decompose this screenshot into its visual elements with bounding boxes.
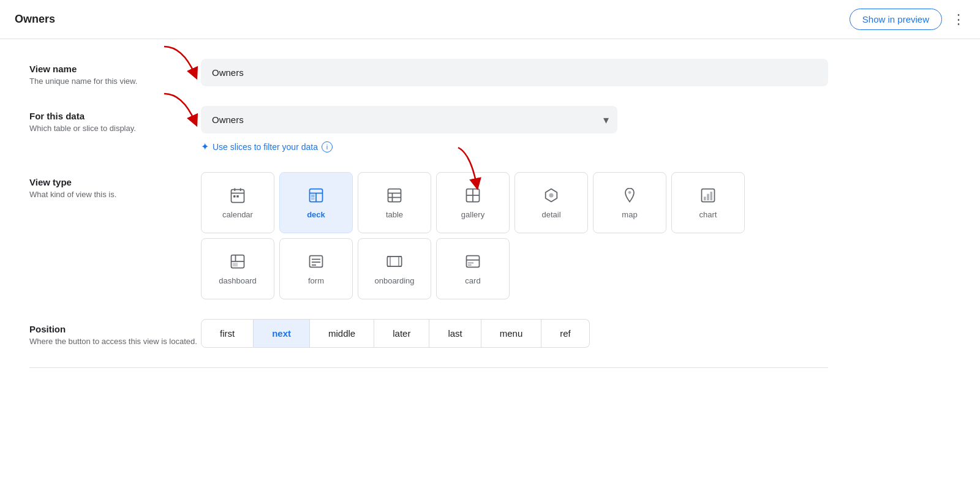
- view-name-row: View name The unique name for this view.: [29, 59, 828, 86]
- for-this-data-label: For this data: [29, 111, 201, 121]
- view-type-dashboard[interactable]: dashboard: [201, 238, 274, 299]
- svg-rect-4: [233, 195, 236, 198]
- svg-rect-34: [390, 256, 399, 266]
- view-type-detail[interactable]: detail: [514, 172, 588, 233]
- svg-rect-23: [707, 193, 709, 200]
- slices-link-row: ✦ Use slices to filter your data i: [201, 141, 828, 152]
- detail-label: detail: [541, 210, 560, 219]
- position-last[interactable]: last: [429, 319, 481, 348]
- main-content: View name The unique name for this view.…: [0, 39, 858, 397]
- svg-point-20: [628, 191, 631, 194]
- dashboard-icon: [229, 253, 246, 270]
- position-row: Position Where the button to access this…: [29, 319, 828, 348]
- svg-rect-11: [388, 189, 401, 201]
- svg-rect-22: [704, 197, 706, 200]
- form-label: form: [308, 276, 324, 285]
- show-preview-button[interactable]: Show in preview: [850, 9, 942, 30]
- view-type-description: What kind of view this is.: [29, 190, 201, 199]
- slices-link[interactable]: ✦ Use slices to filter your data: [201, 141, 318, 152]
- svg-rect-41: [468, 262, 473, 263]
- chart-icon: [699, 187, 717, 204]
- view-type-map[interactable]: map: [593, 172, 666, 233]
- deck-icon: [307, 187, 325, 204]
- header-actions: Show in preview ⋮: [850, 9, 965, 30]
- view-type-label-col: View type What kind of view this is.: [29, 172, 201, 199]
- map-icon: [621, 187, 638, 204]
- chart-label: chart: [699, 210, 717, 219]
- svg-rect-9: [311, 194, 315, 197]
- for-this-data-row: For this data Which table or slice to di…: [29, 106, 828, 152]
- detail-icon: [543, 187, 560, 204]
- for-this-data-description: Which table or slice to display.: [29, 124, 201, 133]
- view-type-grid-row2: dashboard form: [201, 238, 828, 299]
- page-title: Owners: [15, 13, 55, 26]
- position-middle[interactable]: middle: [310, 319, 374, 348]
- svg-rect-5: [236, 195, 239, 198]
- position-options: first next middle later last menu ref: [201, 319, 828, 348]
- header: Owners Show in preview ⋮: [0, 0, 980, 39]
- view-name-input[interactable]: [201, 59, 828, 86]
- view-type-onboarding[interactable]: onboarding: [358, 238, 431, 299]
- view-type-calendar[interactable]: calendar: [201, 172, 274, 233]
- gallery-icon: [464, 187, 481, 204]
- view-name-description: The unique name for this view.: [29, 77, 201, 86]
- position-label-col: Position Where the button to access this…: [29, 319, 201, 346]
- view-type-card[interactable]: card: [436, 238, 510, 299]
- svg-rect-10: [311, 198, 315, 199]
- info-icon[interactable]: i: [322, 141, 333, 152]
- svg-rect-33: [387, 256, 401, 266]
- view-type-row: View type What kind of view this is.: [29, 172, 828, 299]
- view-type-grid-row1: calendar deck: [201, 172, 828, 233]
- position-first[interactable]: first: [201, 319, 254, 348]
- view-name-label-col: View name The unique name for this view.: [29, 59, 201, 86]
- position-menu[interactable]: menu: [481, 319, 542, 348]
- form-icon: [307, 253, 325, 270]
- onboarding-icon: [386, 253, 403, 270]
- view-type-deck[interactable]: deck: [279, 172, 353, 233]
- view-type-gallery[interactable]: gallery: [436, 172, 510, 233]
- view-name-label: View name: [29, 64, 201, 74]
- dashboard-label: dashboard: [219, 276, 256, 285]
- svg-rect-24: [710, 192, 713, 200]
- view-type-table[interactable]: table: [358, 172, 431, 233]
- onboarding-label: onboarding: [374, 276, 414, 285]
- position-buttons-col: first next middle later last menu ref: [201, 319, 828, 348]
- position-description: Where the button to access this view is …: [29, 337, 201, 346]
- svg-point-19: [549, 193, 554, 197]
- bottom-divider: [29, 367, 828, 368]
- table-label: table: [386, 210, 403, 219]
- position-ref[interactable]: ref: [541, 319, 590, 348]
- position-later[interactable]: later: [374, 319, 429, 348]
- svg-rect-28: [233, 263, 238, 266]
- card-icon: [464, 253, 481, 270]
- view-type-label: View type: [29, 177, 201, 187]
- view-name-input-col: [201, 59, 828, 86]
- view-type-form[interactable]: form: [279, 238, 353, 299]
- calendar-icon: [229, 187, 246, 204]
- position-next[interactable]: next: [254, 319, 310, 348]
- gallery-label: gallery: [461, 210, 484, 219]
- data-source-select[interactable]: Owners: [201, 106, 617, 133]
- deck-label: deck: [307, 210, 325, 219]
- view-type-grid-wrapper: calendar deck: [201, 172, 828, 299]
- data-source-wrapper: Owners ▾: [201, 106, 617, 133]
- for-this-data-label-col: For this data Which table or slice to di…: [29, 106, 201, 133]
- position-label: Position: [29, 324, 201, 334]
- svg-rect-42: [468, 264, 472, 265]
- calendar-label: calendar: [222, 210, 253, 219]
- card-label: card: [465, 276, 480, 285]
- view-type-grid-col: calendar deck: [201, 172, 828, 299]
- for-this-data-input-col: Owners ▾ ✦ Use slices to filter your dat…: [201, 106, 828, 152]
- more-options-icon[interactable]: ⋮: [952, 12, 965, 28]
- view-type-chart[interactable]: chart: [671, 172, 745, 233]
- sparkle-icon: ✦: [201, 141, 209, 152]
- map-label: map: [622, 210, 637, 219]
- table-icon: [386, 187, 403, 204]
